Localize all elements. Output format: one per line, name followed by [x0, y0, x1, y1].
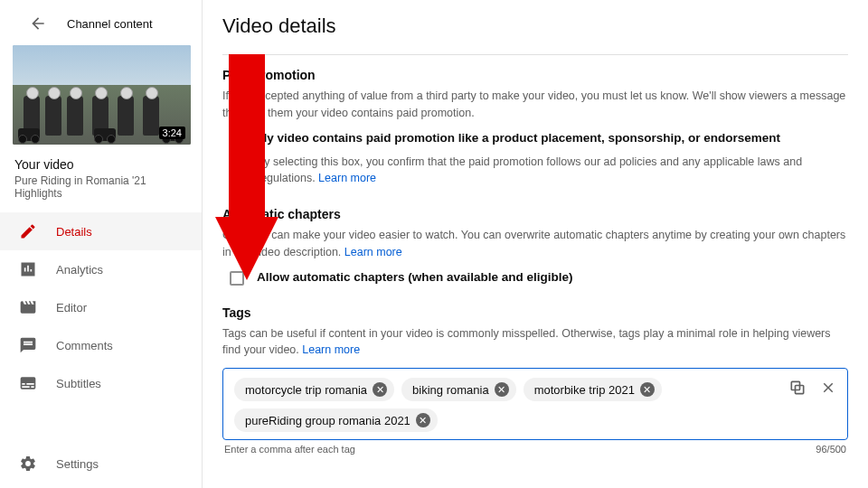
paid-promotion-desc: If you accepted anything of value from a… — [222, 88, 848, 122]
sidebar-item-label: Analytics — [56, 263, 103, 277]
sidebar-item-subtitles[interactable]: Subtitles — [0, 364, 202, 402]
paid-promotion-checkbox-label: My video contains paid promotion like a … — [257, 131, 780, 145]
video-thumbnail[interactable]: 3:24 — [13, 45, 191, 145]
back-arrow-icon[interactable] — [27, 13, 49, 34]
tag-chip[interactable]: biking romania✕ — [401, 378, 516, 401]
divider — [222, 54, 848, 55]
paid-promotion-section: Paid promotion If you accepted anything … — [222, 68, 848, 187]
tag-chip-label: biking romania — [412, 383, 489, 397]
tags-desc: Tags can be useful if content in your vi… — [222, 325, 848, 360]
auto-chapters-heading: Automatic chapters — [222, 207, 848, 221]
sidebar-item-label: Subtitles — [56, 377, 101, 390]
clear-tags-button[interactable] — [818, 378, 838, 398]
learn-more-link[interactable]: Learn more — [318, 172, 376, 184]
learn-more-link[interactable]: Learn more — [344, 246, 402, 258]
sidebar-item-settings[interactable]: Settings — [0, 445, 202, 483]
sidebar-item-label: Comments — [56, 339, 113, 352]
sidebar-item-label: Details — [56, 225, 92, 239]
sidebar-item-label: Editor — [56, 301, 87, 314]
sidebar-item-editor[interactable]: Editor — [0, 288, 202, 326]
sidebar-item-details[interactable]: Details — [0, 212, 202, 250]
subtitles-icon — [18, 373, 38, 393]
tag-chip-label: pureRiding group romania 2021 — [245, 414, 410, 427]
tag-chip[interactable]: motorcycle trip romania✕ — [234, 378, 394, 401]
remove-tag-icon[interactable]: ✕ — [373, 382, 387, 397]
tag-chip[interactable]: pureRiding group romania 2021✕ — [234, 408, 438, 432]
auto-chapters-section: Automatic chapters Chapters can make you… — [222, 207, 848, 286]
remove-tag-icon[interactable]: ✕ — [495, 382, 509, 397]
paid-promotion-heading: Paid promotion — [222, 68, 848, 82]
tags-input-box[interactable]: motorcycle trip romania✕biking romania✕m… — [222, 368, 848, 440]
tags-heading: Tags — [222, 305, 848, 320]
gear-icon — [18, 454, 38, 474]
channel-content-label: Channel content — [67, 17, 153, 31]
paid-promotion-subtext: By selecting this box, you confirm that … — [257, 154, 848, 188]
learn-more-link[interactable]: Learn more — [302, 343, 360, 356]
auto-chapters-checkbox-label: Allow automatic chapters (when available… — [257, 270, 573, 284]
pencil-icon — [18, 221, 38, 241]
auto-chapters-checkbox[interactable] — [230, 271, 244, 286]
remove-tag-icon[interactable]: ✕ — [416, 413, 430, 427]
sidebar-item-label: Settings — [56, 457, 99, 471]
sidebar-item-analytics[interactable]: Analytics — [0, 250, 202, 288]
your-video-label: Your video — [14, 157, 187, 172]
paid-promotion-checkbox[interactable] — [230, 132, 244, 146]
auto-chapters-desc: Chapters can make your video easier to w… — [222, 227, 848, 261]
analytics-icon — [18, 259, 38, 279]
tags-counter: 96/500 — [816, 444, 846, 455]
video-title: Pure Riding in Romania '21 Highlights — [14, 174, 187, 200]
copy-tags-button[interactable] — [788, 378, 807, 398]
tag-chip-label: motorbike trip 2021 — [534, 383, 635, 397]
comments-icon — [18, 335, 38, 355]
tags-hint: Enter a comma after each tag — [224, 444, 355, 455]
tag-chip[interactable]: motorbike trip 2021✕ — [524, 378, 662, 401]
remove-tag-icon[interactable]: ✕ — [640, 382, 655, 397]
page-title: Video details — [222, 14, 848, 38]
tag-chip-label: motorcycle trip romania — [245, 383, 367, 397]
sidebar-item-comments[interactable]: Comments — [0, 326, 202, 364]
editor-icon — [18, 297, 38, 317]
video-duration: 3:24 — [159, 127, 185, 139]
tags-section: Tags Tags can be useful if content in yo… — [222, 305, 848, 455]
